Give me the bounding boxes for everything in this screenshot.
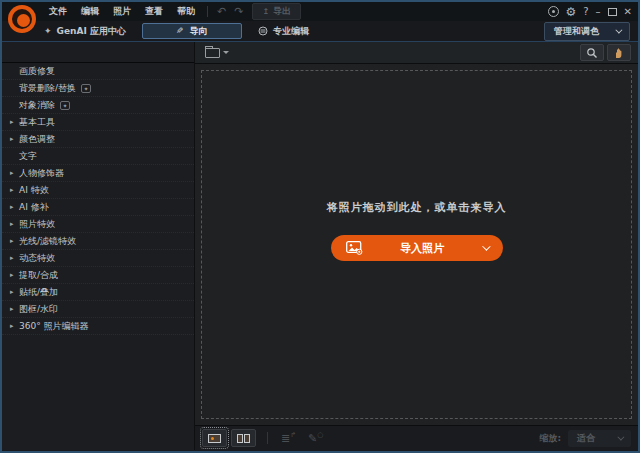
sparkle-icon: ✦ xyxy=(44,26,52,36)
sidebar-item-label: AI 修补 xyxy=(19,201,49,214)
import-photos-button[interactable]: 导入照片 xyxy=(331,235,503,261)
sidebar-item-label: 提取/合成 xyxy=(19,269,58,282)
sidebar-item-object-removal[interactable]: ▸ 对象消除 ✦ xyxy=(2,97,194,114)
manage-color-dropdown[interactable]: 管理和调色 xyxy=(544,22,630,41)
sidebar-item-ai-retouch[interactable]: ▸ AI 修补 xyxy=(2,199,194,216)
zoom-level-value: 适合 xyxy=(577,432,595,445)
import-photos-label: 导入照片 xyxy=(400,241,444,256)
expand-arrow-icon: ▸ xyxy=(10,203,19,211)
canvas-tools xyxy=(580,44,631,61)
minimize-button[interactable]: – xyxy=(596,7,601,17)
pan-tool-button[interactable] xyxy=(607,44,631,61)
genai-hub-button[interactable]: ✦ GenAI 应用中心 xyxy=(44,25,126,38)
zoom-control: 缩放: 适合 xyxy=(539,430,631,447)
sidebar-item-background-remove[interactable]: ▸ 背景删除/替换 ✦ xyxy=(2,80,194,97)
ai-badge-icon: ✦ xyxy=(60,101,70,110)
sidebar-item-frame-watermark[interactable]: ▸ 图框/水印 xyxy=(2,301,194,318)
zoom-level-dropdown[interactable]: 适合 xyxy=(568,430,631,447)
sidebar-item-color-adjust[interactable]: ▸ 颜色调整 xyxy=(2,131,194,148)
zoom-chevron-down-icon xyxy=(617,433,624,440)
sidebar-item-label: 人物修饰器 xyxy=(19,167,64,180)
sidebar-item-label: 颜色调整 xyxy=(19,133,55,146)
guided-mode-label: 导向 xyxy=(190,25,208,38)
sidebar-item-label: 图框/水印 xyxy=(19,303,58,316)
adjustment-pen-icon: ✎○ xyxy=(308,431,323,445)
sidebar-item-label: 光线/滤镜特效 xyxy=(19,235,76,248)
drop-hint-text: 将照片拖动到此处，或单击来导入 xyxy=(327,200,507,215)
sidebar-item-quality-repair[interactable]: ▸ 画质修复 xyxy=(2,63,194,80)
sidebar-item-extract-compose[interactable]: ▸ 提取/合成 xyxy=(2,267,194,284)
expand-arrow-icon: ▸ xyxy=(10,220,19,228)
settings-gear-icon[interactable]: ⚙ xyxy=(566,7,577,17)
help-icon[interactable]: ? xyxy=(583,7,588,17)
photo-import-icon xyxy=(346,241,363,255)
sidebar-item-label: 360° 照片编辑器 xyxy=(19,320,89,333)
toolbar-divider xyxy=(207,6,208,17)
sidebar-item-dynamic-effects[interactable]: ▸ 动态特效 xyxy=(2,250,194,267)
sidebar-item-light-filter-effects[interactable]: ▸ 光线/滤镜特效 xyxy=(2,233,194,250)
folder-icon xyxy=(205,48,220,58)
zoom-label: 缩放: xyxy=(539,432,561,445)
guided-mode-button[interactable]: ✎ 导向 xyxy=(142,23,242,39)
expert-mode-label: 专业编辑 xyxy=(273,25,309,38)
sidebar-item-ai-effects[interactable]: ▸ AI 特效 xyxy=(2,182,194,199)
canvas-toolbar xyxy=(195,42,638,64)
export-button[interactable]: ↥ 导出 xyxy=(252,3,301,20)
folder-dropdown-arrow-icon xyxy=(223,51,229,54)
expand-arrow-icon: ▸ xyxy=(10,288,19,296)
sidebar-item-label: 照片特效 xyxy=(19,218,55,231)
hand-icon xyxy=(613,47,625,59)
menu-edit[interactable]: 编辑 xyxy=(74,5,106,18)
import-dropdown-chevron-icon xyxy=(482,242,490,250)
compare-view-button[interactable] xyxy=(231,429,256,447)
zoom-tool-button[interactable] xyxy=(580,44,604,61)
expand-arrow-icon: ▸ xyxy=(10,169,19,177)
app-window: 文件 编辑 照片 查看 帮助 ↶ ↷ ↥ 导出 ⚙ ? – ✕ ✦ GenAI … xyxy=(0,0,640,453)
expert-mode-button[interactable]: 专业编辑 xyxy=(258,25,309,38)
window-controls: ⚙ ? – ✕ xyxy=(548,6,638,17)
sidebar-item-360-editor[interactable]: ▸ 360° 照片编辑器 xyxy=(2,318,194,335)
expert-mode-icon xyxy=(258,26,268,36)
sidebar-item-label: 动态特效 xyxy=(19,252,55,265)
sidebar-item-sticker-overlay[interactable]: ▸ 贴纸/叠加 xyxy=(2,284,194,301)
sidebar-item-label: 贴纸/叠加 xyxy=(19,286,58,299)
account-icon[interactable] xyxy=(548,6,559,17)
sidebar-item-photo-effects[interactable]: ▸ 照片特效 xyxy=(2,216,194,233)
single-view-icon xyxy=(208,434,221,443)
menu-file[interactable]: 文件 xyxy=(42,5,74,18)
photo-canvas: 将照片拖动到此处，或单击来导入 导入照片 xyxy=(195,64,638,425)
export-icon: ↥ xyxy=(262,7,269,16)
expand-arrow-icon: ▸ xyxy=(10,305,19,313)
genai-hub-label: GenAI 应用中心 xyxy=(57,25,126,38)
sidebar-item-basic-tools[interactable]: ▸ 基本工具 xyxy=(2,114,194,131)
expand-arrow-icon: ▸ xyxy=(10,135,19,143)
magnifier-icon xyxy=(586,47,598,59)
expand-arrow-icon: ▸ xyxy=(10,271,19,279)
sidebar-item-label: 文字 xyxy=(19,150,37,163)
open-folder-button[interactable] xyxy=(202,46,232,60)
expand-arrow-icon: ▸ xyxy=(10,237,19,245)
menu-help[interactable]: 帮助 xyxy=(170,5,202,18)
sidebar-item-people-beautifier[interactable]: ▸ 人物修饰器 xyxy=(2,165,194,182)
expand-arrow-icon: ▸ xyxy=(10,186,19,194)
canvas-column: 将照片拖动到此处，或单击来导入 导入照片 xyxy=(195,42,638,450)
guided-tools-sidebar: ▸ 画质修复 ▸ 背景删除/替换 ✦ ▸ 对象消除 ✦ ▸ 基本工具 ▸ 颜色调… xyxy=(2,42,195,450)
sidebar-item-text[interactable]: ▸ 文字 xyxy=(2,148,194,165)
photo-drop-zone[interactable]: 将照片拖动到此处，或单击来导入 导入照片 xyxy=(201,70,632,419)
sidebar-item-label: 背景删除/替换 xyxy=(19,82,76,95)
close-button[interactable]: ✕ xyxy=(624,7,632,17)
expand-arrow-icon: ▸ xyxy=(10,254,19,262)
before-after-icon: ≣↱ xyxy=(281,431,296,445)
menu-photo[interactable]: 照片 xyxy=(106,5,138,18)
export-label: 导出 xyxy=(273,5,291,18)
undo-icon[interactable]: ↶ xyxy=(213,6,230,17)
sidebar-header xyxy=(2,42,194,63)
wand-icon: ✎ xyxy=(176,26,184,36)
expand-arrow-icon: ▸ xyxy=(10,322,19,330)
menu-view[interactable]: 查看 xyxy=(138,5,170,18)
redo-icon[interactable]: ↷ xyxy=(230,6,247,17)
maximize-button[interactable] xyxy=(608,8,617,16)
sidebar-item-label: 基本工具 xyxy=(19,116,55,129)
single-view-button[interactable] xyxy=(202,429,227,447)
sidebar-item-label: AI 特效 xyxy=(19,184,49,197)
